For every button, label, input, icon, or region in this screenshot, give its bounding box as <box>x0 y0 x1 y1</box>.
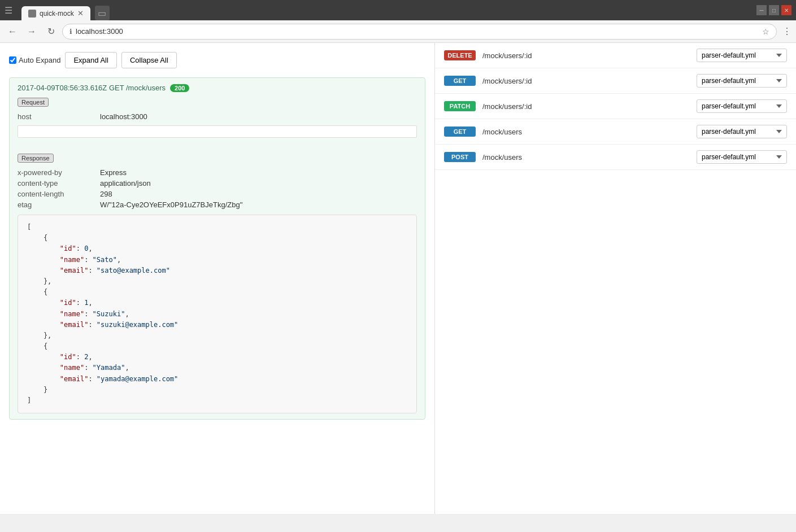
response-label: Response <box>18 154 54 163</box>
browser-logo-icon: ☰ <box>5 5 12 16</box>
address-bar: ← → ↻ ℹ localhost:3000 ☆ ⋮ <box>0 20 796 43</box>
response-headers: x-powered-by Express content-type applic… <box>18 167 417 210</box>
new-tab-button[interactable]: ▭ <box>95 6 110 20</box>
section-divider <box>18 141 417 148</box>
app-body: Auto Expand Expand All Collapse All 2017… <box>0 43 796 514</box>
header-key-0: x-powered-by <box>18 168 91 177</box>
route-path: /mock/users/:id <box>482 77 690 85</box>
route-path: /mock/users/:id <box>482 102 690 111</box>
bookmark-icon[interactable]: ☆ <box>762 27 769 36</box>
auto-expand-text: Auto Expand <box>19 56 60 64</box>
method-badge: GET <box>444 76 476 86</box>
right-panel: DELETE/mock/users/:idparser-default.ymlG… <box>435 43 796 514</box>
collapse-all-button[interactable]: Collapse All <box>121 52 177 68</box>
header-row-3: etag W/"12a-Cye2OYeEFx0P91uZ7BJeTkg/Zbg" <box>18 199 417 210</box>
expand-all-button[interactable]: Expand All <box>65 52 116 68</box>
route-row: GET/mock/usersparser-default.yml <box>435 119 796 145</box>
log-timestamp: 2017-04-09T08:56:33.616Z GET /mock/users <box>18 84 166 92</box>
header-key-3: etag <box>18 200 91 209</box>
toolbar: Auto Expand Expand All Collapse All <box>9 52 425 68</box>
close-button[interactable]: ✕ <box>781 5 791 15</box>
forward-button[interactable]: → <box>24 24 40 40</box>
method-badge: GET <box>444 127 476 137</box>
minimize-button[interactable]: ─ <box>756 5 767 15</box>
reload-icon: ↻ <box>47 26 55 37</box>
left-panel: Auto Expand Expand All Collapse All 2017… <box>0 43 435 514</box>
route-path: /mock/users/:id <box>482 51 690 60</box>
request-label: Request <box>18 98 49 107</box>
response-section: Response x-powered-by Express content-ty… <box>18 154 417 413</box>
parser-select[interactable]: parser-default.yml <box>697 125 787 138</box>
request-section: Request host localhost:3000 <box>18 98 417 138</box>
url-text: localhost:3000 <box>76 27 759 36</box>
log-entry: 2017-04-09T08:56:33.616Z GET /mock/users… <box>9 77 425 420</box>
route-path: /mock/users <box>482 128 690 136</box>
parser-select[interactable]: parser-default.yml <box>697 150 787 164</box>
maximize-button[interactable]: □ <box>769 5 779 15</box>
new-tab-icon: ▭ <box>98 8 106 19</box>
reload-button[interactable]: ↻ <box>43 24 59 40</box>
route-path: /mock/users <box>482 153 690 162</box>
parser-select[interactable]: parser-default.yml <box>697 74 787 88</box>
route-row: PATCH/mock/users/:idparser-default.yml <box>435 94 796 119</box>
header-val-3: W/"12a-Cye2OYeEFx0P91uZ7BJeTkg/Zbg" <box>100 200 242 209</box>
tab-title: quick-mock <box>40 10 74 18</box>
header-row-1: content-type application/json <box>18 178 417 189</box>
parser-select[interactable]: parser-default.yml <box>697 49 787 62</box>
header-row-2: content-length 298 <box>18 189 417 199</box>
header-key-2: content-length <box>18 190 91 198</box>
header-key-1: content-type <box>18 179 91 187</box>
lock-icon: ℹ <box>69 28 72 36</box>
parser-select[interactable]: parser-default.yml <box>697 99 787 113</box>
back-icon: ← <box>8 27 17 37</box>
auto-expand-checkbox[interactable] <box>9 56 16 64</box>
route-list: DELETE/mock/users/:idparser-default.ymlG… <box>435 43 796 170</box>
header-val-2: 298 <box>100 190 112 198</box>
log-header: 2017-04-09T08:56:33.616Z GET /mock/users… <box>18 84 417 92</box>
route-row: POST/mock/usersparser-default.yml <box>435 145 796 170</box>
host-row: host localhost:3000 <box>18 111 417 122</box>
request-blank-bar <box>18 125 417 138</box>
tab-close-button[interactable]: ✕ <box>77 9 84 18</box>
header-val-0: Express <box>100 168 127 177</box>
host-key: host <box>18 112 91 121</box>
auto-expand-label[interactable]: Auto Expand <box>9 56 60 64</box>
browser-menu-button[interactable]: ⋮ <box>782 26 791 37</box>
forward-icon: → <box>27 27 36 37</box>
method-badge: DELETE <box>444 50 476 60</box>
method-badge: PATCH <box>444 101 476 111</box>
url-bar[interactable]: ℹ localhost:3000 ☆ <box>62 24 777 40</box>
host-value: localhost:3000 <box>100 112 147 121</box>
browser-titlebar: ☰ quick-mock ✕ ▭ ─ □ ✕ <box>0 0 796 20</box>
tab-favicon-icon <box>28 10 36 18</box>
back-button[interactable]: ← <box>5 24 20 40</box>
window-controls: ─ □ ✕ <box>756 5 791 15</box>
header-row-0: x-powered-by Express <box>18 167 417 178</box>
json-body-display: [ { "id": 0, "name": "Sato", "email": "s… <box>18 215 417 413</box>
browser-tab[interactable]: quick-mock ✕ <box>21 6 90 20</box>
route-row: DELETE/mock/users/:idparser-default.yml <box>435 43 796 68</box>
header-val-1: application/json <box>100 179 151 187</box>
json-body-pre: [ { "id": 0, "name": "Sato", "email": "s… <box>27 222 407 406</box>
method-badge: POST <box>444 152 476 162</box>
route-row: GET/mock/users/:idparser-default.yml <box>435 68 796 94</box>
status-badge: 200 <box>170 84 189 92</box>
